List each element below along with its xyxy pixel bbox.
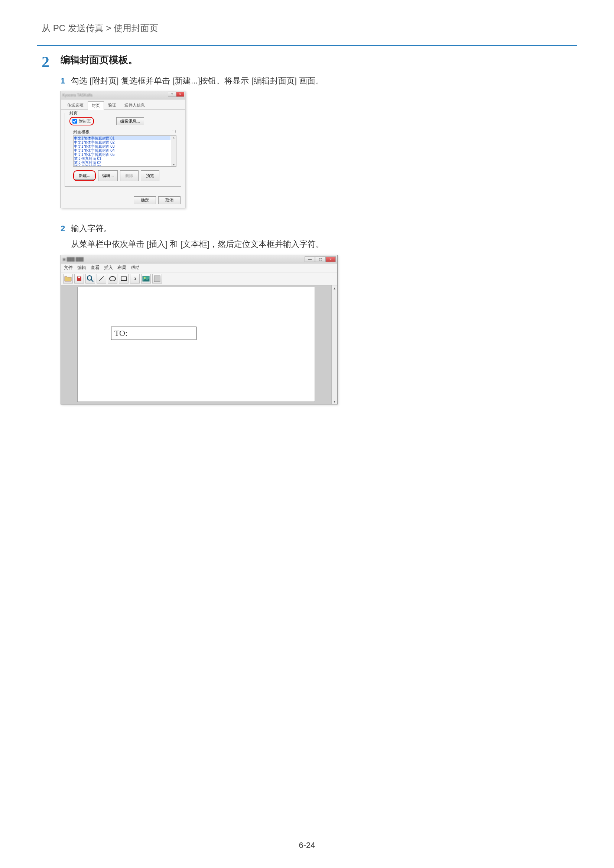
substep-2-num: 2 xyxy=(61,224,65,233)
scroll-down-icon[interactable]: ▾ xyxy=(173,163,174,166)
tab-send-options[interactable]: 传送选项 xyxy=(63,101,88,110)
editor-page: TO: xyxy=(77,287,315,402)
step-block: 2 编辑封面页模板。 1 勾选 [附封页] 复选框并单击 [新建...]按钮。将… xyxy=(37,53,577,405)
save-tool-icon[interactable] xyxy=(74,274,84,284)
help-button[interactable]: ? xyxy=(168,91,176,97)
svg-rect-6 xyxy=(121,277,126,281)
edit-button[interactable]: 编辑... xyxy=(98,170,118,181)
svg-point-5 xyxy=(110,276,115,281)
menu-layout[interactable]: 布局 xyxy=(117,265,126,271)
listbox-scrollbar[interactable]: ▴ ▾ xyxy=(171,135,176,167)
sort-desc-icon[interactable]: ↓ xyxy=(174,129,176,135)
editor-titlebar: ▣ ███ ███ — ▢ × xyxy=(61,255,337,264)
editor-menubar: 文件 编辑 查看 插入 布局 帮助 xyxy=(61,264,337,273)
rect-tool-icon[interactable] xyxy=(119,274,129,284)
close-button[interactable]: × xyxy=(176,91,184,97)
template-listbox[interactable]: 中文1简体字传真封面 01 中文1简体字传真封面 02 中文1简体字传真封面 0… xyxy=(73,135,171,167)
template-label: 封面模板: xyxy=(73,129,91,135)
textbox-to[interactable]: TO: xyxy=(111,327,196,340)
editor-toolbar: a xyxy=(61,273,337,285)
list-item[interactable]: 中文1简体字传真封面 01 xyxy=(74,136,171,140)
substep-1-num: 1 xyxy=(61,76,65,85)
tab-auth[interactable]: 验证 xyxy=(104,101,120,110)
new-button-highlight: 新建... xyxy=(73,170,96,181)
list-item[interactable]: 英文传真封面 03 xyxy=(74,165,171,167)
svg-point-8 xyxy=(144,277,146,279)
cancel-button[interactable]: 取消 xyxy=(158,196,180,204)
substep-2: 2 输入字符。 xyxy=(61,223,577,234)
menu-edit[interactable]: 编辑 xyxy=(77,265,86,271)
image-tool-icon[interactable] xyxy=(141,274,151,284)
step-title: 编辑封面页模板。 xyxy=(61,53,577,67)
substep-2-desc: 从菜单栏中依次单击 [插入] 和 [文本框]，然后定位文本框并输入字符。 xyxy=(61,239,577,250)
substep-2-title: 输入字符。 xyxy=(71,224,112,233)
editor-title: ▣ ███ ███ xyxy=(62,257,84,261)
minimize-button[interactable]: — xyxy=(305,256,315,262)
attach-cover-checkbox[interactable] xyxy=(72,119,77,124)
cover-page-dialog: Kyocera TASKalfa ? × 传送选项 封页 验证 送件人信息 封页 xyxy=(61,91,185,208)
menu-file[interactable]: 文件 xyxy=(64,265,73,271)
editor-close-button[interactable]: × xyxy=(325,256,336,262)
attach-cover-label: 附封页 xyxy=(79,118,91,124)
svg-rect-9 xyxy=(154,276,160,282)
scroll-up-icon[interactable]: ▴ xyxy=(334,286,336,290)
new-button[interactable]: 新建... xyxy=(75,172,94,180)
line-tool-icon[interactable] xyxy=(96,274,106,284)
scroll-down-icon[interactable]: ▾ xyxy=(334,399,336,403)
ok-button[interactable]: 确定 xyxy=(134,196,156,204)
substep-1-text: 勾选 [附封页] 复选框并单击 [新建...]按钮。将显示 [编辑封面页] 画面… xyxy=(71,76,323,85)
sort-asc-icon[interactable]: ↑ xyxy=(172,129,174,135)
tab-cover-page[interactable]: 封页 xyxy=(88,101,104,110)
svg-line-3 xyxy=(91,279,93,282)
divider-top xyxy=(37,45,577,46)
editor-scrollbar[interactable]: ▴ ▾ xyxy=(331,285,337,404)
list-item[interactable]: 中文1简体字传真封面 02 xyxy=(74,140,171,144)
fieldset-legend: 封页 xyxy=(68,110,79,116)
preview-tool-icon[interactable] xyxy=(85,274,95,284)
tab-sender-info[interactable]: 送件人信息 xyxy=(120,101,149,110)
list-item[interactable]: 英文传真封面 01 xyxy=(74,157,171,161)
ellipse-tool-icon[interactable] xyxy=(108,274,117,284)
list-item[interactable]: 英文传真封面 02 xyxy=(74,161,171,165)
editor-canvas[interactable]: TO: xyxy=(61,285,331,404)
open-tool-icon[interactable] xyxy=(63,274,73,284)
textbox-tool-icon[interactable]: a xyxy=(130,274,140,284)
cover-fieldset: 封页 附封页 编辑讯息... 封面模板: ↑ ↓ xyxy=(65,113,181,187)
page-number: 6-24 xyxy=(0,840,614,850)
list-item[interactable]: 中文1简体字传真封面 03 xyxy=(74,144,171,149)
cover-editor-window: ▣ ███ ███ — ▢ × 文件 编辑 查看 插入 布局 帮助 xyxy=(61,255,338,405)
maximize-button[interactable]: ▢ xyxy=(315,256,325,262)
tab-strip: 传送选项 封页 验证 送件人信息 xyxy=(61,99,185,110)
preview-button[interactable]: 预览 xyxy=(141,170,159,181)
menu-insert[interactable]: 插入 xyxy=(104,265,113,271)
menu-help[interactable]: 帮助 xyxy=(131,265,140,271)
svg-line-4 xyxy=(99,276,104,281)
list-item[interactable]: 中文1简体字传真封面 04 xyxy=(74,149,171,152)
delete-button[interactable]: 删除 xyxy=(120,170,138,181)
substep-1: 1 勾选 [附封页] 复选框并单击 [新建...]按钮。将显示 [编辑封面页] … xyxy=(61,75,577,87)
scroll-up-icon[interactable]: ▴ xyxy=(173,136,174,139)
svg-rect-1 xyxy=(78,277,80,278)
dialog-titlebar: Kyocera TASKalfa ? × xyxy=(61,91,185,99)
list-item[interactable]: 中文1简体字传真封面 05 xyxy=(74,152,171,157)
breadcrumb: 从 PC 发送传真 > 使用封面页 xyxy=(37,22,577,34)
menu-view[interactable]: 查看 xyxy=(91,265,99,271)
attach-cover-highlight: 附封页 xyxy=(70,117,94,126)
field-tool-icon[interactable] xyxy=(152,274,162,284)
edit-message-button[interactable]: 编辑讯息... xyxy=(116,117,144,125)
step-number: 2 xyxy=(42,54,50,70)
dialog-title: Kyocera TASKalfa xyxy=(62,93,92,97)
